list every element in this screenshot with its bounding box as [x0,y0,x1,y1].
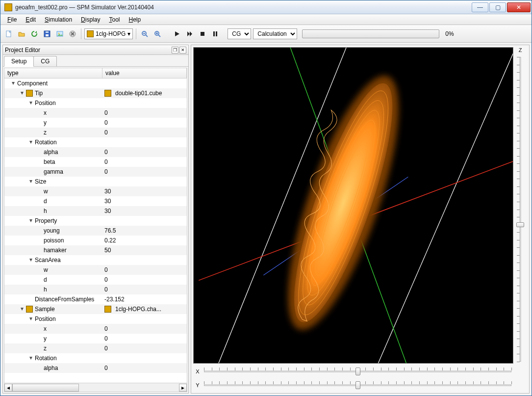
z-slider-thumb[interactable] [516,222,524,227]
refresh-icon[interactable] [29,28,40,39]
tree-row[interactable]: alpha0 [4,147,187,157]
undock-icon[interactable]: ❐ [172,47,178,53]
svg-rect-3 [46,31,49,33]
tree-label: alpha [44,149,58,156]
maximize-button[interactable]: ▢ [489,2,506,12]
remove-icon[interactable] [67,28,78,39]
y-slider[interactable] [202,380,513,390]
tree-label: poisson [44,237,64,244]
tree-row[interactable]: Sample1clg-HOPG.cha... [4,304,187,314]
project-editor-panel: Project Editor ❐ ✕ Setup CG type value C… [2,45,189,394]
tree-row[interactable]: ScanArea [4,255,187,265]
tree-row[interactable]: Rotation [4,353,187,363]
save-icon[interactable] [42,28,52,39]
y-slider-thumb[interactable] [355,381,360,389]
zoom-in-icon[interactable] [152,28,163,39]
pause-icon[interactable] [210,28,221,39]
sample-combo[interactable]: 1clg-HOPG ▾ [84,28,133,39]
tree-row[interactable]: Size [4,177,187,186]
play-icon[interactable] [172,28,182,39]
tree-row[interactable]: Property [4,216,187,226]
image-icon[interactable] [54,28,65,39]
tree-row[interactable]: h30 [4,206,187,216]
svg-rect-14 [201,32,204,36]
twisty-icon[interactable] [19,90,25,96]
tree-row[interactable]: w30 [4,186,187,196]
twisty-icon[interactable] [28,179,34,185]
tree-row[interactable]: young76.5 [4,226,187,236]
twisty-icon[interactable] [28,218,34,224]
twisty-icon[interactable] [28,257,34,263]
tab-cg[interactable]: CG [33,56,57,66]
new-icon[interactable] [3,28,14,39]
scroll-left-icon[interactable]: ◂ [4,384,12,392]
h-scroll-thumb[interactable] [12,384,79,392]
tree-row[interactable]: x0 [4,324,187,334]
close-button[interactable]: ✕ [507,2,531,12]
3d-viewport[interactable] [193,47,513,364]
twisty-icon[interactable] [28,316,34,322]
tree-row[interactable]: hamaker50 [4,245,187,255]
tree-row[interactable]: Component [4,79,187,88]
action-select[interactable]: Calculation [253,28,297,39]
tree-row[interactable]: Position [4,98,187,108]
panel-close-icon[interactable]: ✕ [179,47,186,53]
tree-row[interactable]: z0 [4,343,187,353]
tree-label: x [44,109,47,116]
tree-body[interactable]: ComponentTipdouble-tip01.cubePositionx0y… [4,79,187,383]
property-tree: type value ComponentTipdouble-tip01.cube… [4,68,187,392]
mode-select[interactable]: CG [228,28,251,39]
tree-row[interactable]: y0 [4,118,187,128]
tree-row[interactable]: d0 [4,275,187,285]
project-editor-title: Project Editor [5,47,40,53]
tree-row[interactable]: beta0 [4,157,187,167]
tree-label: gamma [44,168,63,175]
col-type[interactable]: type [4,68,102,78]
tree-label: Tip [35,90,43,97]
menu-simulation[interactable]: Simulation [41,15,76,24]
x-slider-thumb[interactable] [355,368,360,375]
menu-edit[interactable]: Edit [22,15,40,24]
tree-value: 0 [104,119,108,126]
tree-row[interactable]: h0 [4,285,187,294]
zoom-out-icon[interactable] [139,28,150,39]
menu-tool[interactable]: Tool [105,15,124,24]
viewer-panel: Z X [191,45,530,394]
tree-row[interactable]: Rotation [4,137,187,147]
tree-row[interactable]: gamma0 [4,167,187,177]
tree-row[interactable]: y0 [4,334,187,343]
tab-setup[interactable]: Setup [4,56,34,67]
fastforward-icon[interactable] [184,28,195,39]
stop-icon[interactable] [197,28,208,39]
z-slider[interactable] [515,55,525,364]
menu-help[interactable]: Help [125,15,145,24]
h-scrollbar[interactable]: ◂ ▸ [4,383,187,392]
svg-line-18 [378,48,513,363]
x-slider[interactable] [202,367,513,376]
tree-value: 0 [104,365,108,371]
twisty-icon[interactable] [28,355,34,361]
tree-label: Component [17,80,48,87]
twisty-icon[interactable] [10,80,16,86]
tree-row[interactable]: w0 [4,265,187,275]
tree-row[interactable]: Tipdouble-tip01.cube [4,88,187,98]
twisty-icon[interactable] [19,306,25,312]
menu-display[interactable]: Display [77,15,104,24]
tree-row[interactable]: alpha0 [4,363,187,373]
tree-row[interactable]: Position [4,314,187,324]
tree-row[interactable]: poisson0.22 [4,236,187,245]
open-icon[interactable] [16,28,27,39]
twisty-icon[interactable] [28,100,34,106]
main-body: Project Editor ❐ ✕ Setup CG type value C… [0,43,532,396]
scroll-right-icon[interactable]: ▸ [179,384,187,392]
tree-row[interactable]: DistanceFromSamples-23.152 [4,294,187,304]
col-value[interactable]: value [102,68,187,78]
sample-combo-icon [87,30,94,37]
tree-value: 30 [104,208,111,214]
menu-file[interactable]: File [3,15,21,24]
minimize-button[interactable]: — [472,2,488,12]
twisty-icon[interactable] [28,139,34,145]
tree-row[interactable]: x0 [4,108,187,118]
tree-row[interactable]: d30 [4,196,187,206]
tree-row[interactable]: z0 [4,128,187,137]
